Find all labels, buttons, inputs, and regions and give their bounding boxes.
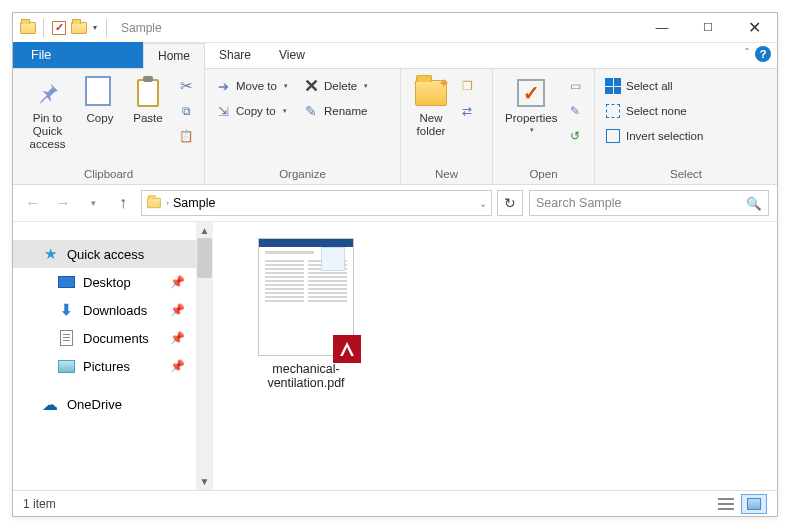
folder-icon[interactable] <box>19 17 37 39</box>
select-all-button[interactable]: Select all <box>601 75 707 97</box>
tab-home[interactable]: Home <box>143 43 205 69</box>
view-buttons <box>713 494 767 514</box>
cut-button[interactable]: ✂ <box>174 75 198 97</box>
group-label: New <box>407 166 486 184</box>
open-icon: ▭ <box>567 78 583 94</box>
pin-icon: 📌 <box>170 331 185 345</box>
rename-icon: ✎ <box>303 103 319 119</box>
help-icon[interactable]: ? <box>755 46 771 62</box>
new-item-icon: ❒ <box>459 78 475 94</box>
move-to-button[interactable]: ➔ Move to▾ <box>211 75 299 97</box>
easy-access-button[interactable]: ⇄ <box>455 100 479 122</box>
group-organize: ➔ Move to▾ ⇲ Copy to▾ ✕ Delete▾ ✎ <box>205 69 401 184</box>
tree-pictures[interactable]: Pictures 📌 <box>13 352 213 380</box>
scroll-down-icon[interactable]: ▼ <box>200 476 210 487</box>
quick-access-toolbar: ✓ ▾ <box>13 17 111 39</box>
chevron-right-icon[interactable]: › <box>166 198 169 208</box>
address-segment[interactable]: Sample <box>173 196 215 210</box>
address-bar[interactable]: › Sample ⌄ <box>141 190 492 216</box>
file-item[interactable]: mechanical-ventilation.pdf <box>241 238 371 390</box>
tree-desktop[interactable]: Desktop 📌 <box>13 268 213 296</box>
window-controls: — ☐ ✕ <box>639 13 777 43</box>
details-view-icon <box>718 498 734 510</box>
navigation-bar: ← → ▾ ↑ › Sample ⌄ ↻ Search Sample 🔍 <box>13 185 777 221</box>
delete-icon: ✕ <box>303 78 319 94</box>
pdf-thumbnail <box>258 238 354 356</box>
status-bar: 1 item <box>13 490 777 516</box>
copy-path-icon: ⧉ <box>178 103 194 119</box>
pin-to-quick-access-button[interactable]: Pin to Quick access <box>19 73 76 156</box>
copy-path-button[interactable]: ⧉ <box>174 100 198 122</box>
edit-button[interactable]: ✎ <box>563 100 587 122</box>
ribbon: Pin to Quick access Copy Paste ✂ ⧉ 📋 Cli… <box>13 69 777 185</box>
refresh-button[interactable]: ↻ <box>497 190 523 216</box>
tree-scrollbar[interactable]: ▲ ▼ <box>196 222 213 490</box>
tree-quick-access[interactable]: ★ Quick access <box>13 240 213 268</box>
pin-icon: 📌 <box>170 359 185 373</box>
paste-icon <box>132 77 164 109</box>
tab-share[interactable]: Share <box>205 42 265 68</box>
minimize-button[interactable]: — <box>639 13 685 43</box>
new-folder-button[interactable]: ✦ New folder <box>407 73 455 142</box>
folder-icon <box>147 198 161 208</box>
copy-button[interactable]: Copy <box>76 73 124 129</box>
search-box[interactable]: Search Sample 🔍 <box>529 190 769 216</box>
invert-selection-button[interactable]: Invert selection <box>601 125 707 147</box>
properties-button[interactable]: ✓ Properties ▾ <box>499 73 563 138</box>
cloud-icon: ☁ <box>41 396 59 412</box>
star-icon: ★ <box>41 246 59 262</box>
group-open: ✓ Properties ▾ ▭ ✎ ↺ Open <box>493 69 595 184</box>
file-pane[interactable]: mechanical-ventilation.pdf <box>213 222 777 490</box>
desktop-icon <box>57 274 75 290</box>
group-label: Clipboard <box>19 166 198 184</box>
rename-button[interactable]: ✎ Rename <box>299 100 383 122</box>
easy-access-icon: ⇄ <box>459 103 475 119</box>
back-button[interactable]: ← <box>21 191 45 215</box>
paste-shortcut-icon: 📋 <box>178 128 194 144</box>
paste-button[interactable]: Paste <box>124 73 172 129</box>
qat-customize-icon[interactable]: ▾ <box>90 23 100 32</box>
paste-shortcut-button[interactable]: 📋 <box>174 125 198 147</box>
explorer-window: ✓ ▾ Sample — ☐ ✕ File Home Share View ˆ … <box>12 12 778 517</box>
recent-locations-button[interactable]: ▾ <box>81 191 105 215</box>
new-item-button[interactable]: ❒ <box>455 75 479 97</box>
separator <box>106 19 107 37</box>
copy-icon <box>84 77 116 109</box>
forward-button[interactable]: → <box>51 191 75 215</box>
pictures-icon <box>57 358 75 374</box>
group-new: ✦ New folder ❒ ⇄ New <box>401 69 493 184</box>
tree-downloads[interactable]: ⬇ Downloads 📌 <box>13 296 213 324</box>
properties-icon: ✓ <box>515 77 547 109</box>
ribbon-tabs: File Home Share View ˆ ? <box>13 43 777 69</box>
item-count: 1 item <box>23 497 56 511</box>
scroll-up-icon[interactable]: ▲ <box>200 225 210 236</box>
history-icon: ↺ <box>567 128 583 144</box>
copy-to-icon: ⇲ <box>215 103 231 119</box>
up-button[interactable]: ↑ <box>111 191 135 215</box>
search-icon: 🔍 <box>746 196 762 211</box>
tab-view[interactable]: View <box>265 42 319 68</box>
scroll-thumb[interactable] <box>197 238 212 278</box>
group-clipboard: Pin to Quick access Copy Paste ✂ ⧉ 📋 Cli… <box>13 69 205 184</box>
large-icons-view-button[interactable] <box>741 494 767 514</box>
close-button[interactable]: ✕ <box>731 13 777 43</box>
new-folder-icon: ✦ <box>415 77 447 109</box>
copy-to-button[interactable]: ⇲ Copy to▾ <box>211 100 299 122</box>
collapse-ribbon-icon[interactable]: ˆ <box>745 47 749 61</box>
tree-documents[interactable]: Documents 📌 <box>13 324 213 352</box>
new-folder-qat-icon[interactable] <box>70 17 88 39</box>
details-view-button[interactable] <box>713 494 739 514</box>
maximize-button[interactable]: ☐ <box>685 13 731 43</box>
properties-qat-icon[interactable]: ✓ <box>50 17 68 39</box>
chevron-down-icon[interactable]: ⌄ <box>479 198 487 209</box>
tab-file[interactable]: File <box>13 42 143 68</box>
open-button[interactable]: ▭ <box>563 75 587 97</box>
file-name: mechanical-ventilation.pdf <box>241 362 371 390</box>
group-select: Select all Select none Invert selection … <box>595 69 777 184</box>
downloads-icon: ⬇ <box>57 302 75 318</box>
tree-onedrive[interactable]: ☁ OneDrive <box>13 390 213 418</box>
select-none-button[interactable]: Select none <box>601 100 707 122</box>
delete-button[interactable]: ✕ Delete▾ <box>299 75 383 97</box>
pin-icon: 📌 <box>170 303 185 317</box>
history-button[interactable]: ↺ <box>563 125 587 147</box>
